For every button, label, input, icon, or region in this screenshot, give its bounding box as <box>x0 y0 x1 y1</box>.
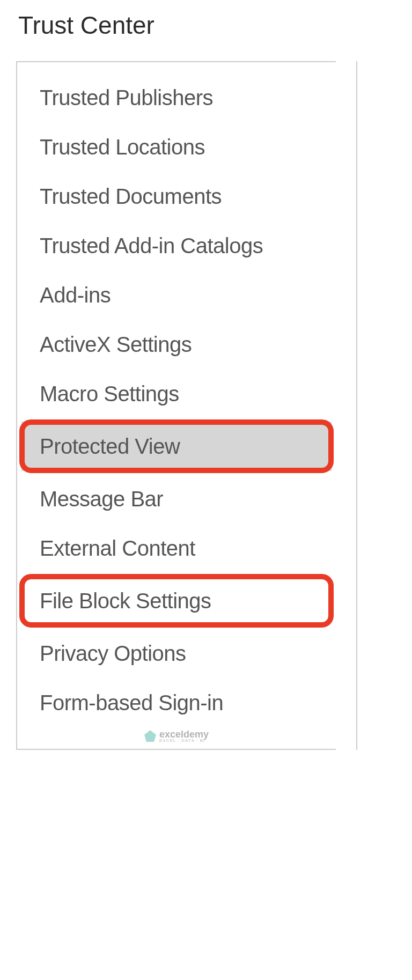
highlight-file-block-settings: File Block Settings <box>21 576 332 625</box>
panel-right-edge <box>356 61 357 750</box>
watermark-logo-icon <box>144 730 156 742</box>
sidebar-item-message-bar[interactable]: Message Bar <box>17 474 336 524</box>
highlight-protected-view: Protected View <box>21 422 332 471</box>
sidebar-item-form-based-signin[interactable]: Form-based Sign-in <box>17 678 336 727</box>
sidebar-item-trusted-documents[interactable]: Trusted Documents <box>17 172 336 221</box>
sidebar-item-protected-view[interactable]: Protected View <box>21 422 332 471</box>
watermark-name: exceldemy <box>159 730 209 739</box>
sidebar-item-macro-settings[interactable]: Macro Settings <box>17 369 336 418</box>
sidebar-item-trusted-locations[interactable]: Trusted Locations <box>17 122 336 172</box>
watermark-text: exceldemy EXCEL · DATA · BI <box>159 730 209 742</box>
sidebar-panel: Trusted Publishers Trusted Locations Tru… <box>16 61 336 750</box>
watermark-tagline: EXCEL · DATA · BI <box>159 739 209 742</box>
page-title: Trust Center <box>18 11 396 40</box>
sidebar-item-external-content[interactable]: External Content <box>17 524 336 573</box>
trust-center-container: Trust Center Trusted Publishers Trusted … <box>0 0 412 761</box>
sidebar-item-addins[interactable]: Add-ins <box>17 270 336 320</box>
sidebar-item-file-block-settings[interactable]: File Block Settings <box>21 576 332 625</box>
sidebar-item-trusted-addin-catalogs[interactable]: Trusted Add-in Catalogs <box>17 221 336 270</box>
sidebar-item-privacy-options[interactable]: Privacy Options <box>17 629 336 678</box>
sidebar-item-activex-settings[interactable]: ActiveX Settings <box>17 320 336 369</box>
watermark: exceldemy EXCEL · DATA · BI <box>144 730 209 742</box>
sidebar-item-trusted-publishers[interactable]: Trusted Publishers <box>17 73 336 122</box>
